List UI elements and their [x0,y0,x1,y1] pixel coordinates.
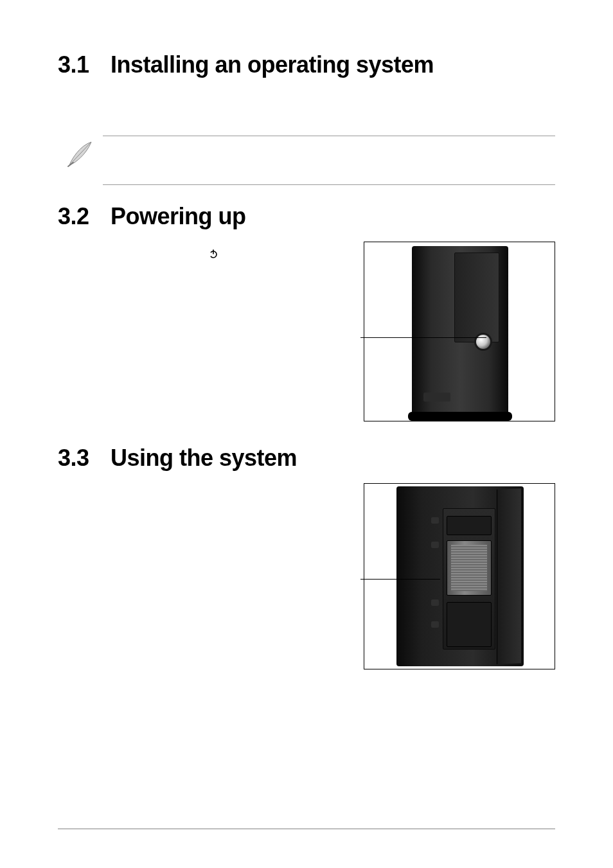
power-icon [208,249,218,263]
figure-power-button [364,242,555,421]
heading-number: 3.1 [58,51,93,78]
heading-number: 3.2 [58,203,93,230]
note-feather-icon [58,136,103,169]
subsection-heading-3-3-1: 3.3.1 Front panel I/O access [58,483,348,497]
section-heading-3-1: 3.1 Installing an operating system [58,51,555,78]
figure-3-3-label: Memory card reader [58,601,348,615]
section-heading-3-2: 3.2 Powering up [58,203,555,230]
footer-page-number: 3-2 [58,838,71,849]
heading-title: Powering up [111,203,246,230]
note-box: Because motherboard settings and hardwar… [103,136,555,185]
heading-number: 3.3 [58,445,93,472]
heading-title: Installing an operating system [111,51,434,78]
figure-front-panel [364,483,555,669]
section-3-1-paragraph: The barebone system supports Windows® 20… [58,90,555,118]
footer-chapter: Chapter 3: Starting up [467,838,555,849]
section-3-3-paragraph: Open the front panel cover by pressing o… [58,503,348,517]
note-text: Because motherboard settings and hardwar… [103,144,555,172]
heading-title: Using the system [111,445,297,472]
para-before: Press the system power button ( [58,249,205,260]
section-heading-3-3: 3.3 Using the system [58,445,555,472]
figure-3-2-label: System power button [58,308,348,322]
section-3-2-paragraph: Press the system power button ( ) to ent… [58,248,348,263]
para-after: ) to enter the OS. [221,249,300,260]
footer-rule [58,828,555,829]
